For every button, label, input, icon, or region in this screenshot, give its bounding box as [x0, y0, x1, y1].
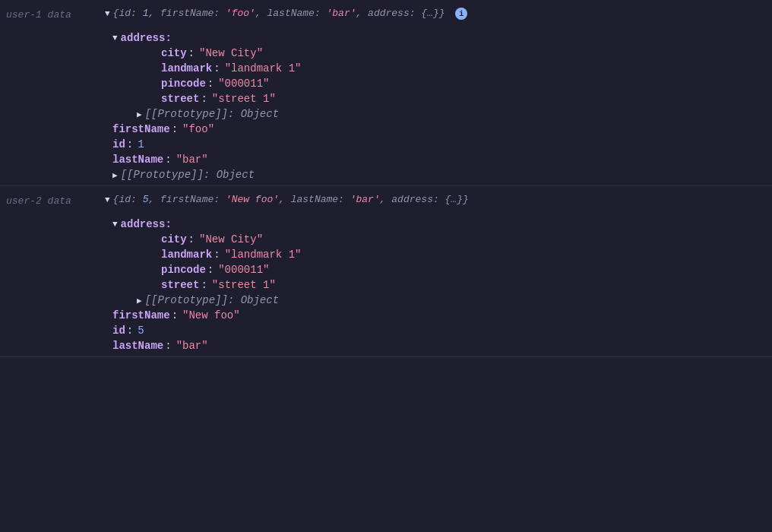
landmark-val-user1: "landmark 1": [225, 62, 302, 74]
city-colon-user1: :: [188, 47, 195, 59]
pincode-colon-user2: :: [207, 264, 214, 276]
street-colon-user2: :: [201, 279, 207, 291]
pincode-row-user2: pincode : "000011": [0, 262, 772, 277]
pincode-val-user1: "000011": [218, 78, 269, 90]
console-panel: user-1 data {id: 1, firstName: 'foo', la…: [0, 0, 772, 357]
id-val-user1: 1: [138, 138, 144, 150]
street-colon-user1: :: [201, 93, 207, 105]
id-colon-user2: :: [127, 325, 133, 337]
summary2-sep3: , address:: [380, 194, 445, 205]
lastname-val-user2: "bar": [176, 340, 208, 352]
firstname-colon-user2: :: [172, 309, 178, 321]
landmark-row-user2: landmark : "landmark 1": [0, 247, 772, 262]
pincode-row-user1: pincode : "000011": [0, 76, 772, 91]
id-colon-user1: :: [127, 138, 133, 150]
landmark-val-user2: "landmark 1": [225, 249, 302, 261]
pincode-val-user2: "000011": [218, 264, 269, 276]
landmark-row-user1: landmark : "landmark 1": [0, 61, 772, 76]
summary-lastname: 'bar': [327, 8, 356, 19]
address-row-user1: address:: [0, 30, 772, 46]
address-key-user2: address:: [121, 218, 172, 230]
lastname-colon-user1: :: [165, 154, 171, 166]
lastname-colon-user2: :: [165, 340, 171, 352]
summary-sep1: , firstName:: [148, 8, 225, 19]
summary-firstname: 'foo': [226, 8, 255, 19]
street-row-user2: street : "street 1": [0, 277, 772, 293]
landmark-colon-user2: :: [214, 249, 220, 261]
expand-arrow-proto-addr-user2[interactable]: [137, 294, 142, 306]
summary-sep3: , address:: [356, 8, 422, 19]
summary2-firstname: 'New foo': [226, 194, 279, 205]
landmark-key-user2: landmark: [161, 249, 212, 261]
landmark-key-user1: landmark: [161, 62, 212, 74]
proto-addr-text-user2: [[Prototype]]: Object: [145, 294, 279, 306]
street-val-user1: "street 1": [212, 93, 276, 105]
address-row-user2: address:: [0, 217, 772, 232]
street-row-user1: street : "street 1": [0, 91, 772, 106]
summary-sep2: , lastName:: [255, 8, 327, 19]
street-val-user2: "street 1": [212, 279, 276, 291]
firstname-row-user2: firstName : "New foo": [0, 308, 772, 323]
id-val-user2: 5: [138, 325, 144, 337]
expand-arrow-user2[interactable]: [105, 194, 110, 204]
user1-summary: {id: 1, firstName: 'foo', lastName: 'bar…: [113, 8, 766, 20]
expand-arrow-address-user2[interactable]: [112, 218, 118, 229]
address-key-user1: address:: [121, 32, 172, 44]
expand-arrow-address-user1[interactable]: [112, 32, 118, 43]
expand-arrow-user1[interactable]: [105, 8, 110, 18]
expand-arrow-proto-user1[interactable]: [112, 169, 118, 180]
summary2-lastname: 'bar': [350, 194, 380, 205]
user1-label: user-1 data: [6, 8, 105, 21]
lastname-key-user1: lastName: [112, 154, 163, 166]
firstname-key-user2: firstName: [112, 309, 170, 321]
landmark-colon-user1: :: [214, 62, 220, 74]
prototype-address-user2: [[Prototype]]: Object: [0, 293, 772, 308]
street-key-user2: street: [161, 279, 199, 291]
lastname-key-user2: lastName: [112, 340, 163, 352]
pincode-key-user1: pincode: [161, 78, 206, 90]
summary2-sep1: , firstName:: [148, 194, 225, 205]
log-entry-user1: user-1 data {id: 1, firstName: 'foo', la…: [0, 0, 772, 186]
log-entry-user2: user-2 data {id: 5, firstName: 'New foo'…: [0, 186, 772, 357]
city-val-user1: "New City": [199, 47, 263, 59]
summary-prefix: {id:: [113, 8, 143, 19]
city-val-user2: "New City": [199, 233, 263, 245]
user2-label: user-2 data: [6, 194, 105, 207]
pincode-key-user2: pincode: [161, 264, 206, 276]
log-row-user1-summary: user-1 data {id: 1, firstName: 'foo', la…: [0, 3, 772, 30]
city-row-user2: city : "New City": [0, 232, 772, 247]
firstname-row-user1: firstName : "foo": [0, 122, 772, 137]
summary2-prefix: {id:: [113, 194, 143, 205]
summary2-sep2: , lastName:: [279, 194, 350, 205]
expand-arrow-proto-addr-user1[interactable]: [137, 108, 142, 119]
proto-addr-text-user1: [[Prototype]]: Object: [145, 108, 279, 120]
firstname-val-user2: "New foo": [182, 309, 240, 321]
info-icon-user1[interactable]: i: [455, 8, 467, 20]
id-key-user1: id: [112, 138, 125, 150]
id-key-user2: id: [112, 325, 125, 337]
proto-text-user1: [[Prototype]]: Object: [121, 169, 255, 181]
city-colon-user2: :: [188, 233, 195, 245]
prototype-user1: [[Prototype]]: Object: [0, 167, 772, 182]
pincode-colon-user1: :: [207, 78, 214, 90]
id-row-user2: id : 5: [0, 323, 772, 338]
firstname-colon-user1: :: [172, 123, 178, 135]
lastname-row-user2: lastName : "bar": [0, 338, 772, 353]
user2-summary: {id: 5, firstName: 'New foo', lastName: …: [113, 194, 766, 205]
firstname-val-user1: "foo": [182, 123, 214, 135]
prototype-address-user1: [[Prototype]]: Object: [0, 106, 772, 122]
lastname-val-user1: "bar": [176, 154, 208, 166]
log-row-user2-summary: user-2 data {id: 5, firstName: 'New foo'…: [0, 189, 772, 217]
lastname-row-user1: lastName : "bar": [0, 152, 772, 167]
id-row-user1: id : 1: [0, 137, 772, 152]
summary-address: {…}}: [421, 8, 445, 19]
summary2-address: {…}}: [445, 194, 469, 205]
city-row-user1: city : "New City": [0, 46, 772, 61]
firstname-key-user1: firstName: [112, 123, 170, 135]
city-key-user1: city: [161, 47, 187, 59]
street-key-user1: street: [161, 93, 199, 105]
city-key-user2: city: [161, 233, 187, 245]
